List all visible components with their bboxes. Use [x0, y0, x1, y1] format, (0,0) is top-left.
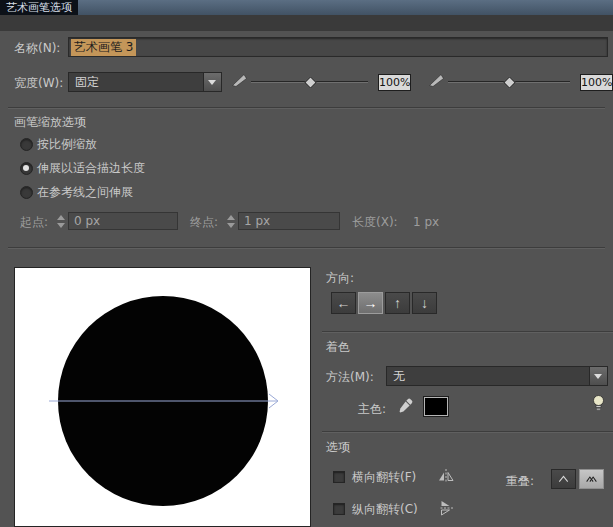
brush-preview — [14, 267, 311, 527]
width-profile-icon — [231, 72, 248, 88]
overlap-adjust-icon — [586, 473, 597, 485]
direction-right-button[interactable]: → — [358, 292, 383, 314]
titlebar-strip — [0, 15, 613, 31]
chevron-down-icon[interactable] — [589, 367, 607, 385]
divider — [322, 331, 613, 333]
slider-thumb[interactable] — [503, 76, 516, 89]
width-type-value: 固定 — [69, 73, 203, 91]
direction-up-button[interactable]: ↑ — [385, 292, 410, 314]
key-color-label: 主色: — [358, 402, 386, 416]
direction-down-button[interactable]: ↓ — [412, 292, 437, 314]
length-label: 长度(X): — [352, 215, 398, 229]
flip-vertical-checkbox[interactable] — [333, 503, 345, 515]
radio-stretch-between-guides[interactable] — [20, 186, 33, 199]
key-color-swatch[interactable] — [424, 397, 448, 416]
width-profile-icon — [428, 72, 445, 88]
width-label: 宽度(W): — [14, 76, 63, 90]
titlebar[interactable]: 艺术画笔选项 — [0, 0, 613, 15]
dialog-title: 艺术画笔选项 — [0, 0, 78, 15]
radio-label-scale-proportionately[interactable]: 按比例缩放 — [37, 137, 97, 151]
width-type-dropdown[interactable]: 固定 — [68, 72, 222, 92]
flip-vertical-icon — [438, 499, 454, 517]
chevron-down-icon[interactable] — [203, 73, 221, 91]
flip-horizontal-icon — [437, 468, 455, 484]
width-value-2[interactable]: 100% — [580, 74, 613, 91]
overlap-adjust-button[interactable] — [579, 469, 604, 489]
radio-scale-proportionately[interactable] — [20, 138, 33, 151]
options-title: 选项 — [326, 440, 350, 454]
slider-thumb[interactable] — [304, 76, 317, 89]
width-slider-1[interactable] — [251, 77, 368, 87]
colorization-title: 着色 — [326, 340, 350, 354]
start-stepper[interactable] — [57, 214, 66, 229]
flip-vertical-label[interactable]: 纵向翻转(C) — [352, 502, 418, 516]
scale-options-title: 画笔缩放选项 — [14, 115, 86, 129]
end-label: 终点: — [190, 215, 218, 229]
direction-label: 方向: — [326, 271, 354, 285]
start-input[interactable]: 0 px — [68, 212, 178, 230]
flip-horizontal-checkbox[interactable] — [333, 471, 345, 483]
method-value: 无 — [387, 367, 589, 385]
flip-horizontal-label[interactable]: 横向翻转(F) — [352, 470, 416, 484]
divider — [322, 431, 613, 433]
overlap-label: 重叠: — [506, 474, 534, 488]
radio-stretch-to-fit[interactable] — [20, 162, 33, 175]
lightbulb-icon[interactable] — [591, 394, 606, 413]
width-slider-2[interactable] — [448, 77, 570, 87]
brush-name-value: 艺术画笔 3 — [71, 39, 136, 56]
divider — [8, 247, 605, 249]
name-label: 名称(N): — [14, 41, 60, 55]
radio-label-stretch-between-guides[interactable]: 在参考线之间伸展 — [37, 185, 133, 199]
width-value-1[interactable]: 100% — [378, 74, 411, 91]
radio-label-stretch-to-fit[interactable]: 伸展以适合描边长度 — [37, 161, 145, 175]
method-dropdown[interactable]: 无 — [386, 366, 608, 386]
overlap-none-button[interactable] — [551, 469, 576, 489]
method-label: 方法(M): — [326, 370, 374, 384]
overlap-none-icon — [558, 473, 569, 485]
length-value: 1 px — [413, 215, 439, 229]
end-input[interactable]: 1 px — [238, 212, 340, 230]
brush-name-input[interactable]: 艺术画笔 3 — [68, 37, 608, 57]
art-brush-options-dialog: 艺术画笔选项 名称(N): 艺术画笔 3 宽度(W): 固定 100% 100%… — [0, 0, 613, 527]
divider — [8, 107, 605, 109]
eyedropper-icon[interactable] — [398, 397, 414, 413]
direction-left-button[interactable]: ← — [331, 292, 356, 314]
end-stepper[interactable] — [227, 214, 236, 229]
start-label: 起点: — [20, 215, 48, 229]
